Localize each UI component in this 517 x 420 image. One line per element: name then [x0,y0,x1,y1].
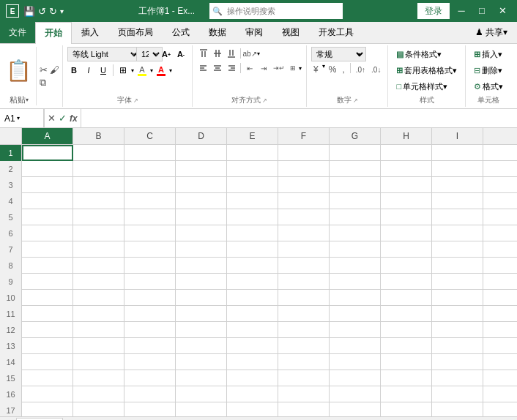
cell-E2[interactable] [227,161,278,177]
restore-button[interactable]: □ [473,0,491,22]
function-insert-button[interactable]: fx [70,113,78,124]
cell-G13[interactable] [330,338,381,354]
col-header-D[interactable]: D [176,128,227,144]
font-size-increase-button[interactable]: A+ [160,47,173,61]
cell-G10[interactable] [330,290,381,306]
cell-C12[interactable] [124,322,176,338]
cell-F7[interactable] [278,241,330,258]
cell-B4[interactable] [73,193,124,209]
cell-H6[interactable] [381,225,432,241]
cell-D10[interactable] [176,290,227,306]
cell-A2[interactable] [22,161,73,177]
delete-cell-button[interactable]: ⊟ 删除▾ [470,63,506,78]
cell-D15[interactable] [176,370,227,386]
cell-F8[interactable] [278,258,330,274]
tab-file[interactable]: 文件 [0,21,35,43]
cell-B15[interactable] [73,370,124,386]
cell-D3[interactable] [176,177,227,193]
paste-dropdown-icon[interactable]: ▾ [26,97,29,103]
tab-insert[interactable]: 插入 [72,21,108,43]
border-dropdown[interactable]: ▾ [131,67,134,74]
cell-B12[interactable] [73,322,124,338]
cell-C4[interactable] [124,193,176,209]
cell-I4[interactable] [432,193,483,209]
cell-I10[interactable] [432,290,483,306]
cell-D1[interactable] [176,145,227,161]
cell-B6[interactable] [73,225,124,241]
row-number-1[interactable]: 1 [0,145,22,161]
col-header-C[interactable]: C [124,128,176,144]
cell-E15[interactable] [227,370,278,386]
cell-A6[interactable] [22,225,73,241]
cell-E10[interactable] [227,290,278,306]
cell-H5[interactable] [381,209,432,225]
cell-A3[interactable] [22,177,73,193]
cell-F15[interactable] [278,370,330,386]
cell-I9[interactable] [432,274,483,290]
cell-G15[interactable] [330,370,381,386]
cell-H10[interactable] [381,290,432,306]
minimize-button[interactable]: ─ [453,0,470,22]
tab-view[interactable]: 视图 [272,21,309,43]
cell-A12[interactable] [22,322,73,338]
cell-B2[interactable] [73,161,124,177]
alignment-group-expand[interactable]: ↗ [262,97,267,104]
cell-H16[interactable] [381,386,432,402]
cell-G2[interactable] [330,161,381,177]
cell-H17[interactable] [381,402,432,416]
cell-F6[interactable] [278,225,330,241]
row-number-17[interactable]: 17 [0,402,22,416]
cell-E5[interactable] [227,209,278,225]
italic-button[interactable]: I [82,63,95,78]
cell-G12[interactable] [330,322,381,338]
cell-ref-dropdown[interactable]: ▾ [17,115,20,121]
cell-G14[interactable] [330,354,381,370]
tab-formulas[interactable]: 公式 [163,21,199,43]
cell-G16[interactable] [330,386,381,402]
row-number-8[interactable]: 8 [0,258,22,274]
cell-E16[interactable] [227,386,278,402]
fill-color-dropdown[interactable]: ▾ [150,67,153,74]
cell-F4[interactable] [278,193,330,209]
tab-home[interactable]: 开始 [35,22,72,44]
cell-A4[interactable] [22,193,73,209]
cell-G1[interactable] [330,145,381,161]
cell-B16[interactable] [73,386,124,402]
cell-I6[interactable] [432,225,483,241]
cell-C16[interactable] [124,386,176,402]
cell-H1[interactable] [381,145,432,161]
cell-style-button[interactable]: □ 单元格样式▾ [393,79,451,94]
cell-G9[interactable] [330,274,381,290]
font-name-dropdown[interactable]: ▾ [132,51,135,58]
row-number-16[interactable]: 16 [0,386,22,402]
cell-A5[interactable] [22,209,73,225]
cell-B8[interactable] [73,258,124,274]
cell-C10[interactable] [124,290,176,306]
close-button[interactable]: ✕ [494,0,511,22]
cell-H12[interactable] [381,322,432,338]
cell-H2[interactable] [381,161,432,177]
cell-B7[interactable] [73,241,124,258]
tab-developer[interactable]: 开发工具 [309,21,363,43]
cell-I16[interactable] [432,386,483,402]
cell-H7[interactable] [381,241,432,258]
cell-E13[interactable] [227,338,278,354]
font-group-expand[interactable]: ↗ [133,97,138,104]
cell-G4[interactable] [330,193,381,209]
formula-input[interactable] [81,109,517,127]
cell-H13[interactable] [381,338,432,354]
row-number-13[interactable]: 13 [0,338,22,354]
text-orientation-button[interactable]: ab↗ [243,47,256,60]
align-right-button[interactable] [225,61,238,75]
cell-I12[interactable] [432,322,483,338]
tab-page-layout[interactable]: 页面布局 [108,21,163,43]
cell-G17[interactable] [330,402,381,416]
col-header-F[interactable]: F [278,128,330,144]
cell-F11[interactable] [278,306,330,322]
cell-F10[interactable] [278,290,330,306]
align-top-button[interactable] [197,47,210,60]
cell-I14[interactable] [432,354,483,370]
cell-A15[interactable] [22,370,73,386]
cell-H4[interactable] [381,193,432,209]
cell-F16[interactable] [278,386,330,402]
